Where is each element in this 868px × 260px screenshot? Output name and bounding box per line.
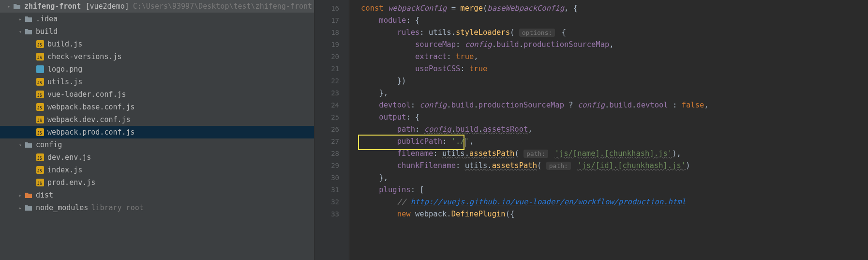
project-tree[interactable]: ▾ zhifeng-front [vue2demo] C:\Users\9399… bbox=[0, 0, 314, 260]
tree-item-dist[interactable]: ▸dist bbox=[0, 189, 314, 201]
tree-item-label: dist bbox=[36, 191, 53, 199]
js-file-icon: JS bbox=[36, 178, 45, 187]
line-number: 33 bbox=[314, 208, 339, 220]
folder-icon bbox=[13, 2, 21, 11]
tree-item-check-versions-js[interactable]: JScheck-versions.js bbox=[0, 50, 314, 63]
tree-item-label: webpack.prod.conf.js bbox=[47, 128, 135, 137]
code-line: publicPath: './', bbox=[361, 136, 868, 148]
js-file-icon: JS bbox=[36, 103, 45, 111]
js-file-icon: JS bbox=[36, 115, 45, 124]
code-line: output: { bbox=[361, 111, 868, 123]
tree-item-label: webpack.dev.conf.js bbox=[47, 115, 131, 124]
chevron-down-icon[interactable]: ▾ bbox=[16, 142, 24, 148]
code-line: path: config.build.assetsRoot, bbox=[361, 123, 868, 136]
tree-item-label: vue-loader.conf.js bbox=[47, 90, 126, 99]
tree-item-label: config bbox=[36, 140, 62, 149]
tree-item-prod-env-js[interactable]: JSprod.env.js bbox=[0, 176, 314, 189]
code-line: rules: utils.styleLoaders( options: { bbox=[361, 27, 868, 39]
tree-root[interactable]: ▾ zhifeng-front [vue2demo] C:\Users\9399… bbox=[0, 0, 314, 13]
code-line: module: { bbox=[361, 15, 868, 27]
tree-item-logo-png[interactable]: logo.png bbox=[0, 63, 314, 76]
tree-item-label: prod.env.js bbox=[47, 178, 95, 187]
chevron-down-icon[interactable]: ▾ bbox=[16, 29, 24, 34]
line-number: 21 bbox=[314, 63, 339, 75]
js-file-icon: JS bbox=[36, 40, 45, 48]
tree-item-config[interactable]: ▾config bbox=[0, 138, 314, 151]
tree-item-vue-loader-conf-js[interactable]: JSvue-loader.conf.js bbox=[0, 88, 314, 101]
tree-item-build-js[interactable]: JSbuild.js bbox=[0, 38, 314, 50]
code-line: sourceMap: config.build.productionSource… bbox=[361, 39, 868, 51]
tree-item-label: logo.png bbox=[47, 65, 82, 74]
code-line: plugins: [ bbox=[361, 184, 868, 196]
code-line: // http://vuejs.github.io/vue-loader/en/… bbox=[361, 196, 868, 208]
tree-item-utils-js[interactable]: JSutils.js bbox=[0, 76, 314, 88]
line-number: 25 bbox=[314, 111, 339, 123]
root-name: zhifeng-front bbox=[24, 2, 81, 11]
folder-icon bbox=[24, 203, 33, 212]
tree-item-suffix: library root bbox=[91, 203, 143, 212]
line-number: 24 bbox=[314, 99, 339, 111]
tree-item-index-js[interactable]: JSindex.js bbox=[0, 164, 314, 176]
folder-icon bbox=[24, 191, 33, 199]
line-number: 18 bbox=[314, 27, 339, 39]
root-context: [vue2demo] bbox=[81, 2, 129, 11]
js-file-icon: JS bbox=[36, 90, 45, 99]
tree-item-label: .idea bbox=[36, 15, 58, 23]
tree-item-webpack-base-conf-js[interactable]: JSwebpack.base.conf.js bbox=[0, 101, 314, 113]
tree-item-label: build bbox=[36, 27, 58, 36]
code-line: chunkFilename: utils.assetsPath( path: '… bbox=[361, 160, 868, 172]
image-file-icon bbox=[36, 65, 45, 74]
folder-icon bbox=[24, 27, 33, 36]
code-line: filename: utils.assetsPath( path: 'js/[n… bbox=[361, 148, 868, 160]
tree-item-label: dev.env.js bbox=[47, 153, 91, 162]
line-number: 20 bbox=[314, 51, 339, 63]
code-line: usePostCSS: true bbox=[361, 63, 868, 75]
code-line: extract: true, bbox=[361, 51, 868, 63]
tree-item-label: build.js bbox=[47, 40, 82, 48]
root-path: C:\Users\93997\Desktop\test\zhifeng-fron… bbox=[133, 2, 312, 11]
code-area[interactable]: const webpackConfig = merge(baseWebpackC… bbox=[349, 0, 868, 260]
line-number: 29 bbox=[314, 160, 339, 172]
chevron-right-icon[interactable]: ▸ bbox=[16, 205, 24, 211]
code-line: }) bbox=[361, 75, 868, 87]
tree-item--idea[interactable]: ▸.idea bbox=[0, 13, 314, 25]
chevron-right-icon[interactable]: ▸ bbox=[16, 193, 24, 198]
line-number: 32 bbox=[314, 196, 339, 208]
js-file-icon: JS bbox=[36, 153, 45, 162]
line-number: 23 bbox=[314, 87, 339, 99]
tree-item-label: node_modules bbox=[36, 203, 88, 212]
folder-icon bbox=[24, 140, 33, 149]
js-file-icon: JS bbox=[36, 166, 45, 174]
code-line: }, bbox=[361, 172, 868, 184]
tree-item-label: check-versions.js bbox=[47, 52, 122, 61]
js-file-icon: JS bbox=[36, 128, 45, 137]
tree-item-label: utils.js bbox=[47, 77, 82, 86]
tree-item-dev-env-js[interactable]: JSdev.env.js bbox=[0, 151, 314, 164]
code-line: new webpack.DefinePlugin({ bbox=[361, 208, 868, 220]
tree-item-label: index.js bbox=[47, 166, 82, 174]
code-line: devtool: config.build.productionSourceMa… bbox=[361, 99, 868, 111]
tree-item-webpack-prod-conf-js[interactable]: JSwebpack.prod.conf.js bbox=[0, 126, 314, 138]
line-number: 28 bbox=[314, 148, 339, 160]
gutter: 161718192021222324252627282930313233 bbox=[314, 0, 349, 260]
chevron-down-icon: ▾ bbox=[5, 4, 13, 9]
line-number: 22 bbox=[314, 75, 339, 87]
tree-item-node_modules[interactable]: ▸node_moduleslibrary root bbox=[0, 201, 314, 214]
line-number: 19 bbox=[314, 39, 339, 51]
tree-item-build[interactable]: ▾build bbox=[0, 25, 314, 38]
tree-item-label: webpack.base.conf.js bbox=[47, 103, 135, 111]
folder-icon bbox=[24, 15, 33, 23]
js-file-icon: JS bbox=[36, 77, 45, 86]
chevron-right-icon[interactable]: ▸ bbox=[16, 16, 24, 22]
line-number: 27 bbox=[314, 136, 339, 148]
line-number: 31 bbox=[314, 184, 339, 196]
line-number: 26 bbox=[314, 123, 339, 136]
code-editor[interactable]: 161718192021222324252627282930313233 con… bbox=[314, 0, 868, 260]
line-number: 16 bbox=[314, 2, 339, 15]
line-number: 30 bbox=[314, 172, 339, 184]
js-file-icon: JS bbox=[36, 52, 45, 61]
tree-item-webpack-dev-conf-js[interactable]: JSwebpack.dev.conf.js bbox=[0, 113, 314, 126]
code-line: }, bbox=[361, 87, 868, 99]
code-line: const webpackConfig = merge(baseWebpackC… bbox=[361, 2, 868, 15]
line-number: 17 bbox=[314, 15, 339, 27]
